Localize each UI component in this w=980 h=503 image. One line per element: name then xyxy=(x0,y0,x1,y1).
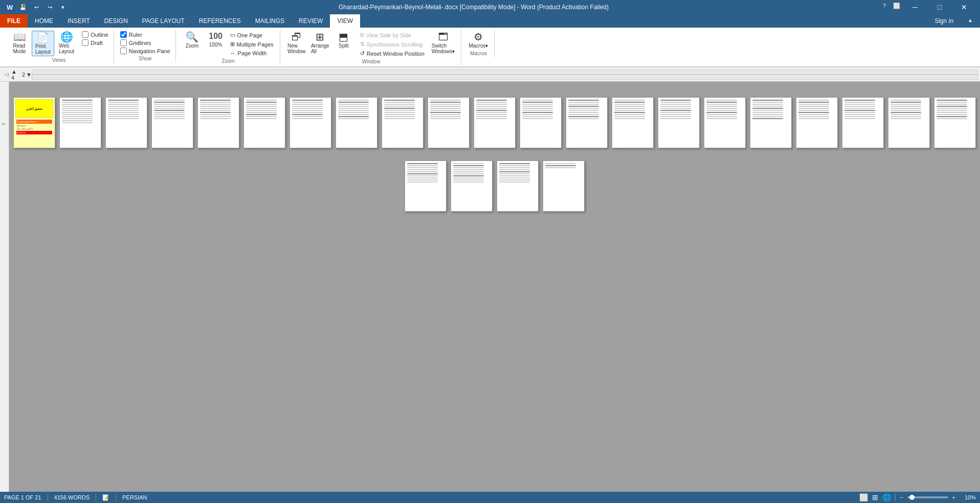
page-24-content xyxy=(497,161,532,203)
tab-insert[interactable]: INSERT xyxy=(60,14,97,28)
ribbon-tab-bar: FILE HOME INSERT DESIGN PAGE LAYOUT REFE… xyxy=(0,14,980,28)
page-17-content xyxy=(750,98,785,140)
print-layout-button[interactable]: 📄 PrintLayout xyxy=(32,31,54,56)
tab-view[interactable]: VIEW xyxy=(330,14,360,28)
page-19[interactable] xyxy=(842,97,884,148)
read-mode-icon: 📖 xyxy=(13,32,26,42)
show-checkboxes-col: Ruler Gridlines Navigation Pane xyxy=(119,31,171,55)
macros-button[interactable]: ⚙ Macros▾ xyxy=(466,31,490,50)
sync-scroll-icon: ⇅ xyxy=(360,41,365,48)
page-25[interactable] xyxy=(543,161,585,212)
undo-qat-button[interactable]: ↩ xyxy=(31,2,42,13)
show-checkboxes: Outline Draft xyxy=(81,31,109,47)
customize-qat-button[interactable]: ▾ xyxy=(57,2,69,13)
tab-review[interactable]: REVIEW xyxy=(292,14,330,28)
synchronous-scrolling-button[interactable]: ⇅ Synchronous Scrolling xyxy=(358,40,427,49)
page-22[interactable] xyxy=(405,161,447,212)
page-15[interactable] xyxy=(658,97,700,148)
layout-view-2[interactable]: ⊞ xyxy=(872,493,878,501)
page-21-content xyxy=(934,98,969,140)
page-4-content xyxy=(152,98,187,140)
document-area[interactable]: تحقیق آنلاین Tohghoghonline.ir مرجع دانل… xyxy=(9,82,980,492)
split-button[interactable]: ⬒ Split xyxy=(332,31,355,50)
page-5[interactable] xyxy=(197,97,239,148)
web-layout-button[interactable]: 🌐 WebLayout xyxy=(55,31,78,55)
layout-view-1[interactable]: ⬜ xyxy=(859,493,868,501)
page-11[interactable] xyxy=(474,97,516,148)
tab-references[interactable]: REFERENCES xyxy=(192,14,248,28)
zoom-percent: 10% xyxy=(960,494,976,500)
page-23-content xyxy=(451,161,486,203)
page-14[interactable] xyxy=(612,97,654,148)
page-21[interactable] xyxy=(934,97,976,148)
tab-home[interactable]: HOME xyxy=(28,14,60,28)
arrange-all-label: ArrangeAll xyxy=(311,43,329,54)
zoom-slider[interactable] xyxy=(907,496,948,498)
titlebar: W 💾 ↩ ↪ ▾ Gharardad-Peymankari-Beynol-Me… xyxy=(0,0,980,14)
help-button[interactable]: ? xyxy=(879,0,890,11)
reset-window-position-button[interactable]: ↺ Reset Window Position xyxy=(358,49,427,58)
zoom-100-label: 100% xyxy=(209,42,222,48)
page-7[interactable] xyxy=(289,97,331,148)
page-20[interactable] xyxy=(888,97,930,148)
page-3[interactable] xyxy=(105,97,147,148)
page-12[interactable] xyxy=(520,97,562,148)
tab-design[interactable]: DESIGN xyxy=(97,14,135,28)
layout-view-3[interactable]: 🌐 xyxy=(882,493,891,501)
save-qat-button[interactable]: 💾 xyxy=(17,2,29,13)
page-16[interactable] xyxy=(704,97,746,148)
page-2[interactable] xyxy=(59,97,101,148)
pages-row-2 xyxy=(405,161,585,212)
switch-windows-button[interactable]: 🗔 SwitchWindows▾ xyxy=(430,31,457,55)
page-1-content: تحقیق آنلاین Tohghoghonline.ir مرجع دانل… xyxy=(14,98,55,148)
minimize-button[interactable]: ─ xyxy=(903,0,927,14)
one-page-button[interactable]: ▭ One Page xyxy=(228,31,276,39)
collapse-ribbon-button[interactable]: ▲ xyxy=(961,14,980,28)
sign-in-button[interactable]: Sign in xyxy=(927,14,961,28)
page-13[interactable] xyxy=(566,97,608,148)
page-4[interactable] xyxy=(151,97,193,148)
tab-page-layout[interactable]: PAGE LAYOUT xyxy=(135,14,192,28)
zoom-100-icon: 100 xyxy=(209,32,222,41)
view-side-by-side-button[interactable]: ⧉ View Side by Side xyxy=(358,31,427,39)
tab-mailings[interactable]: MAILINGS xyxy=(248,14,292,28)
page-8[interactable] xyxy=(336,97,377,148)
ribbon-group-views: 📖 ReadMode 📄 PrintLayout 🌐 WebLayout Out… xyxy=(4,30,114,64)
page-10[interactable] xyxy=(428,97,470,148)
arrange-all-icon: ⊞ xyxy=(316,32,324,42)
redo-qat-button[interactable]: ↪ xyxy=(44,2,55,13)
page-1[interactable]: تحقیق آنلاین Tohghoghonline.ir مرجع دانل… xyxy=(13,97,55,148)
page-23[interactable] xyxy=(451,161,493,212)
tab-file[interactable]: FILE xyxy=(0,14,28,28)
zoom-button[interactable]: 🔍 Zoom xyxy=(181,31,204,50)
restore-button[interactable]: ⬜ xyxy=(891,0,902,11)
page-6[interactable] xyxy=(243,97,285,148)
zoom-in-button[interactable]: + xyxy=(952,494,955,500)
ribbon-group-show: Ruler Gridlines Navigation Pane Show xyxy=(115,30,176,62)
outline-checkbox[interactable]: Outline xyxy=(81,31,109,38)
page-11-content xyxy=(474,98,509,140)
page-17[interactable] xyxy=(750,97,792,148)
multiple-pages-button[interactable]: ⊞ Multiple Pages xyxy=(228,40,276,49)
page-width-button[interactable]: ↔ Page Width xyxy=(228,49,276,57)
new-window-button[interactable]: 🗗 NewWindow xyxy=(285,31,308,55)
zoom-thumb[interactable] xyxy=(909,495,915,500)
arrange-all-button[interactable]: ⊞ ArrangeAll xyxy=(309,31,331,55)
window-controls: ? ⬜ ─ □ ✕ xyxy=(879,0,976,14)
window-options: ⧉ View Side by Side ⇅ Synchronous Scroll… xyxy=(358,31,427,58)
close-button[interactable]: ✕ xyxy=(952,0,976,14)
macros-items: ⚙ Macros▾ xyxy=(466,31,490,50)
page-24[interactable] xyxy=(497,161,539,212)
zoom-group-label: Zoom xyxy=(221,58,235,64)
zoom-out-button[interactable]: − xyxy=(900,494,903,500)
gridlines-checkbox[interactable]: Gridlines xyxy=(119,39,171,47)
navigation-pane-checkbox[interactable]: Navigation Pane xyxy=(119,47,171,55)
status-divider-2 xyxy=(96,494,96,501)
read-mode-button[interactable]: 📖 ReadMode xyxy=(8,31,31,55)
page-9[interactable] xyxy=(382,97,424,148)
ruler-checkbox[interactable]: Ruler xyxy=(119,31,171,38)
draft-checkbox[interactable]: Draft xyxy=(81,39,109,47)
zoom-100-button[interactable]: 100 100% xyxy=(205,31,227,49)
maximize-button[interactable]: □ xyxy=(928,0,951,14)
page-18[interactable] xyxy=(796,97,838,148)
